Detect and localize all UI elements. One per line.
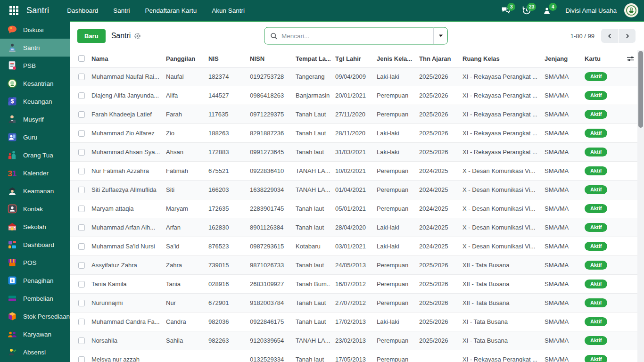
- sidebar-item-guru[interactable]: Guru: [0, 128, 70, 146]
- table-row[interactable]: Meisya nur azzah0132529334Tanah laut17/0…: [70, 350, 637, 362]
- cell-dob: 05/01/2021: [330, 205, 372, 212]
- cell-year: 2025/2026: [414, 299, 458, 306]
- row-checkbox[interactable]: [78, 74, 85, 80]
- page-title: Santri: [111, 32, 131, 40]
- vertical-scrollbar[interactable]: [637, 50, 644, 362]
- table-row[interactable]: NurunnajmiNur6729019182003784Tanah Laut2…: [70, 294, 637, 313]
- row-checkbox[interactable]: [78, 206, 85, 212]
- column-header-ruang-kelas[interactable]: Ruang Kelas: [458, 55, 540, 62]
- onboarding-user-icon[interactable]: 4: [539, 2, 556, 18]
- table-row[interactable]: Nur Fatimah AzzahraFatimah67552109228364…: [70, 162, 637, 181]
- table-row[interactable]: Muhammad Sa'id NursiSa'id876523098729361…: [70, 237, 637, 256]
- sidebar-item-pembelian[interactable]: Pembelian: [0, 289, 70, 307]
- sidebar-item-kesantrian[interactable]: Kesantrian: [0, 74, 70, 92]
- select-all-checkbox[interactable]: [78, 55, 85, 62]
- table-row[interactable]: Muhammad Arfan Alh...Arfan16283089011263…: [70, 218, 637, 237]
- search-input[interactable]: [281, 33, 433, 40]
- apps-grid-icon[interactable]: [6, 2, 22, 18]
- row-checkbox[interactable]: [78, 337, 85, 344]
- cell-nis: 982036: [204, 318, 245, 325]
- pos-shop-icon: [7, 257, 18, 268]
- chat-icon[interactable]: 3: [497, 2, 514, 18]
- sidebar-item-penagihan[interactable]: $Penagihan: [0, 272, 70, 289]
- row-checkbox[interactable]: [78, 92, 85, 99]
- column-header-thn-ajaran[interactable]: Thn Ajaran: [414, 55, 458, 62]
- row-checkbox[interactable]: [78, 319, 85, 325]
- column-header-nama[interactable]: Nama: [87, 55, 161, 62]
- column-header-panggilan[interactable]: Panggilan: [161, 55, 204, 62]
- table-row[interactable]: Tania KamilaTania0289162683109927Tanah B…: [70, 275, 637, 294]
- sidebar-item-kontak[interactable]: Kontak: [0, 200, 70, 218]
- activity-clock-icon[interactable]: 23: [518, 2, 535, 18]
- row-checkbox[interactable]: [78, 281, 85, 288]
- app-brand[interactable]: Santri: [26, 6, 49, 16]
- column-header-tempat-la-[interactable]: Tempat La...: [291, 55, 330, 62]
- user-avatar[interactable]: [624, 3, 638, 17]
- cell-nisn: 0132529334: [245, 356, 291, 362]
- sidebar-item-keamanan[interactable]: Keamanan: [0, 182, 70, 200]
- nav-menu-item-pendaftaran-kartu[interactable]: Pendaftaran Kartu: [140, 4, 203, 17]
- table-row[interactable]: Muhammad Zio AlfarezZio1882638291887236T…: [70, 124, 637, 143]
- sidebar-item-sekolah[interactable]: Sekolah: [0, 218, 70, 236]
- sidebar-item-diskusi[interactable]: Diskusi: [0, 21, 70, 39]
- nav-menu-item-dashboard[interactable]: Dashboard: [61, 4, 104, 17]
- pager-previous-button[interactable]: [601, 29, 618, 43]
- company-name[interactable]: Divisi Amal Usaha: [565, 7, 617, 14]
- notification-count-badge: 23: [527, 3, 536, 11]
- sidebar-item-orang-tua[interactable]: Orang Tua: [0, 146, 70, 164]
- navbar-menu: DashboardSantriPendaftaran KartuAkun San…: [61, 4, 250, 17]
- new-record-button[interactable]: Baru: [77, 29, 106, 43]
- cell-nisn: 2283901745: [245, 205, 291, 212]
- table-row[interactable]: Diajeng Alifa Janyunda...Alifa1445270986…: [70, 86, 637, 105]
- table-row[interactable]: Assyifatuz ZahraZahra7390159871026733Tan…: [70, 256, 637, 275]
- cell-place: Tanah Bum...: [291, 280, 330, 288]
- sidebar-item-dashboard[interactable]: Dashboard: [0, 236, 70, 254]
- table-row[interactable]: Muhammad Ahsan Sya...Ahsan17288309912736…: [70, 143, 637, 162]
- row-checkbox[interactable]: [78, 262, 85, 269]
- row-checkbox[interactable]: [78, 356, 85, 362]
- sidebar-item-label: Pembelian: [23, 295, 53, 302]
- row-checkbox[interactable]: [78, 111, 85, 118]
- search-filter-dropdown[interactable]: [433, 28, 447, 44]
- cell-gender: Laki-laki: [372, 148, 414, 156]
- column-header-nisn[interactable]: NISN: [245, 55, 291, 62]
- column-header-kartu[interactable]: Kartu: [580, 55, 623, 62]
- row-checkbox[interactable]: [78, 130, 85, 137]
- pager-next-button[interactable]: [619, 29, 636, 43]
- table-row[interactable]: Muhammad Naufal Rai...Naufal182374019275…: [70, 67, 637, 86]
- table-row[interactable]: Siti Zuffaezya AllmuflidaSiti16620316382…: [70, 181, 637, 199]
- sidebar-item-musyrif[interactable]: Musyrif: [0, 110, 70, 128]
- column-header-jenis-kela-[interactable]: Jenis Kela...: [372, 55, 414, 62]
- sidebar-item-karyawan[interactable]: Karyawan: [0, 325, 70, 343]
- row-checkbox[interactable]: [78, 243, 85, 250]
- sidebar-item-absensi[interactable]: Absensi: [0, 343, 70, 361]
- row-checkbox[interactable]: [78, 168, 85, 174]
- table-row[interactable]: Farah Khadeeja LatiefFarah11763509712293…: [70, 105, 637, 124]
- kontak-contact-icon: [7, 203, 18, 214]
- sidebar-item-keuangan[interactable]: $Keuangan: [0, 92, 70, 110]
- cell-nisn: 0987293615: [245, 243, 291, 250]
- sidebar-item-santri[interactable]: Santri: [0, 39, 70, 57]
- sidebar-item-kalender[interactable]: 31Kalender: [0, 164, 70, 182]
- sidebar-item-psb[interactable]: PSB: [0, 57, 70, 74]
- cell-gender: Laki-laki: [372, 243, 414, 250]
- nav-menu-item-santri[interactable]: Santri: [107, 4, 135, 17]
- column-header-nis[interactable]: NIS: [204, 55, 245, 62]
- sidebar-item-stok-persediaan[interactable]: Stok Persediaan: [0, 307, 70, 325]
- sidebar-item-pos[interactable]: POS: [0, 254, 70, 272]
- column-header-jenjang[interactable]: Jenjang: [540, 55, 580, 62]
- row-checkbox[interactable]: [78, 224, 85, 231]
- column-settings-icon[interactable]: [627, 55, 635, 62]
- scrollbar-thumb[interactable]: [638, 51, 643, 128]
- cell-place: Banjarmasin: [291, 92, 330, 99]
- row-checkbox[interactable]: [78, 187, 85, 193]
- table-row[interactable]: NorsahilaSahila9822639120339654TANAH LA.…: [70, 331, 637, 350]
- table-row[interactable]: Maryam attaqiaMaryam1726352283901745Tana…: [70, 199, 637, 218]
- table-row[interactable]: Muhammad Candra Fa...Candra9820360922846…: [70, 313, 637, 331]
- row-checkbox[interactable]: [78, 300, 85, 306]
- nav-menu-item-akun-santri[interactable]: Akun Santri: [206, 4, 250, 17]
- row-checkbox[interactable]: [78, 149, 85, 156]
- actions-gear-icon[interactable]: [134, 33, 141, 40]
- column-header-tgl-lahir[interactable]: Tgl Lahir: [330, 55, 372, 62]
- svg-text:3: 3: [8, 169, 12, 178]
